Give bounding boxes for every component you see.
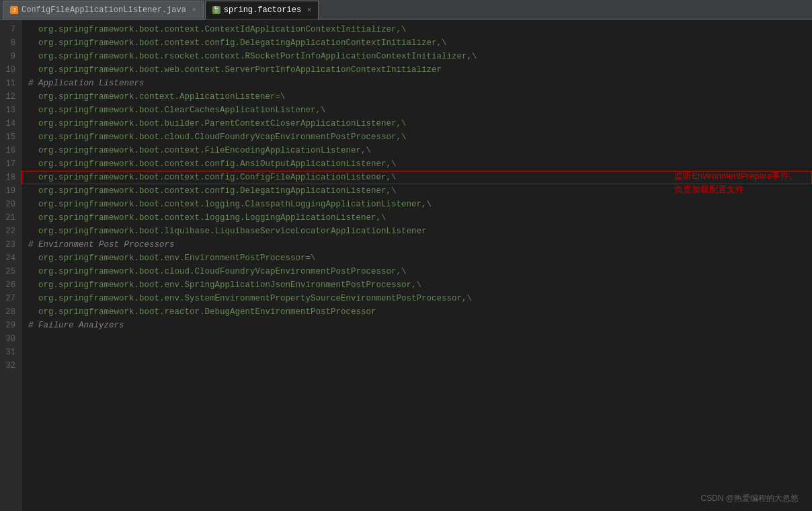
tab-factories[interactable]: 🍃 spring.factories × <box>205 1 319 19</box>
line-number: 24 <box>5 251 15 265</box>
line-number: 10 <box>5 63 15 77</box>
line-number: 15 <box>5 130 15 144</box>
code-line: org.springframework.boot.rsocket.context… <box>28 50 805 63</box>
code-line: org.springframework.boot.cloud.CloudFoun… <box>28 130 805 144</box>
code-line: org.springframework.boot.context.config.… <box>28 184 805 198</box>
tab-java[interactable]: J ConfigFileApplicationListener.java × <box>3 1 204 19</box>
line-number: 20 <box>5 198 15 211</box>
tab-java-close[interactable]: × <box>192 7 196 14</box>
line-number: 8 <box>5 36 15 50</box>
line-number: 28 <box>5 305 15 319</box>
line-number: 7 <box>5 23 15 36</box>
line-number: 25 <box>5 265 15 278</box>
code-line: org.springframework.boot.context.Context… <box>28 23 805 36</box>
line-number: 27 <box>5 292 15 305</box>
line-number: 23 <box>5 238 15 251</box>
code-line: org.springframework.boot.context.config.… <box>28 171 805 184</box>
code-line: org.springframework.boot.env.SystemEnvir… <box>28 292 805 305</box>
tab-java-label: ConfigFileApplicationListener.java <box>22 5 186 15</box>
code-line: org.springframework.boot.env.Environment… <box>28 251 805 265</box>
line-number: 29 <box>5 319 15 332</box>
line-number: 19 <box>5 184 15 198</box>
code-line: org.springframework.boot.context.FileEnc… <box>28 144 805 157</box>
line-number: 18 <box>5 171 15 184</box>
tab-bar: J ConfigFileApplicationListener.java × 🍃… <box>0 0 812 20</box>
line-number: 9 <box>5 50 15 63</box>
line-number: 12 <box>5 90 15 104</box>
code-line: org.springframework.boot.reactor.DebugAg… <box>28 305 805 319</box>
code-line: # Environment Post Processors <box>28 238 805 251</box>
code-line: org.springframework.boot.env.SpringAppli… <box>28 278 805 292</box>
code-line: org.springframework.boot.cloud.CloudFoun… <box>28 265 805 278</box>
line-number: 22 <box>5 225 15 238</box>
line-number: 26 <box>5 278 15 292</box>
line-number: 21 <box>5 211 15 225</box>
line-number: 30 <box>5 332 15 346</box>
code-line: org.springframework.boot.builder.ParentC… <box>28 117 805 130</box>
editor-area: 7891011121314151617181920212223242526272… <box>0 20 812 511</box>
code-line: # Failure Analyzers <box>28 319 805 332</box>
code-line: org.springframework.boot.liquibase.Liqui… <box>28 225 805 238</box>
code-line: org.springframework.context.ApplicationL… <box>28 90 805 104</box>
java-icon: J <box>10 6 18 14</box>
code-line: org.springframework.boot.context.config.… <box>28 157 805 171</box>
code-line: org.springframework.boot.context.logging… <box>28 198 805 211</box>
code-line: # Application Listeners <box>28 77 805 90</box>
line-number: 17 <box>5 157 15 171</box>
line-number: 13 <box>5 104 15 117</box>
line-number: 11 <box>5 77 15 90</box>
code-content[interactable]: org.springframework.boot.context.Context… <box>22 20 812 511</box>
line-number: 31 <box>5 346 15 359</box>
line-number: 14 <box>5 117 15 130</box>
line-numbers: 7891011121314151617181920212223242526272… <box>0 20 22 511</box>
factories-icon: 🍃 <box>212 6 220 14</box>
tab-factories-label: spring.factories <box>224 5 301 15</box>
line-number: 16 <box>5 144 15 157</box>
code-line: org.springframework.boot.context.logging… <box>28 211 805 225</box>
watermark: CSDN @热爱编程的大忽悠 <box>700 493 799 504</box>
code-line: org.springframework.boot.ClearCachesAppl… <box>28 104 805 117</box>
line-number: 32 <box>5 359 15 372</box>
code-line: org.springframework.boot.context.config.… <box>28 36 805 50</box>
code-line: org.springframework.boot.web.context.Ser… <box>28 63 805 77</box>
tab-factories-close[interactable]: × <box>307 7 311 14</box>
